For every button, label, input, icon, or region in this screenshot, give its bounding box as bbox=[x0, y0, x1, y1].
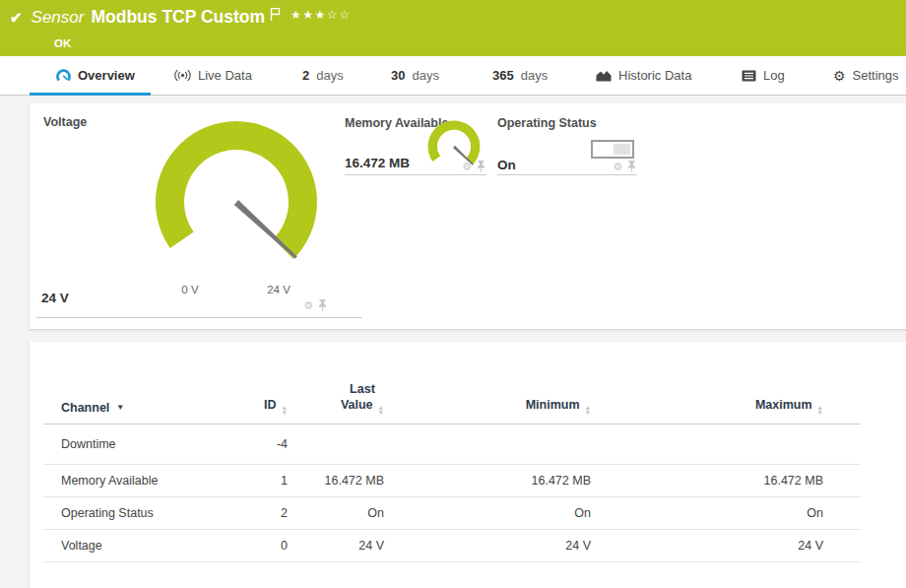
column-header-last-label: Last bbox=[350, 382, 375, 396]
switch-knob bbox=[614, 144, 630, 155]
channel-settings-gear-icon[interactable]: ⚙ bbox=[303, 300, 313, 311]
minimum-cell: On bbox=[394, 497, 601, 530]
sort-active-down-icon: ▼ bbox=[116, 403, 124, 412]
voltage-channel-title[interactable]: Voltage bbox=[43, 115, 87, 129]
channel-settings-gear-icon[interactable]: ⚙ bbox=[613, 162, 622, 172]
channel-actions-cell: ⚙⚙ bbox=[861, 497, 906, 530]
operating-channel-title[interactable]: Operating Status bbox=[497, 116, 597, 130]
last-value-cell bbox=[293, 425, 394, 465]
sort-arrows-icon: ▲▼ bbox=[282, 405, 288, 415]
gauges-panel: Voltage 0 V 24 V 24 V ⚙ Memory Available… bbox=[30, 103, 906, 329]
tab-overview[interactable]: Overview bbox=[56, 56, 135, 95]
status-check-icon: ✔ bbox=[10, 9, 23, 27]
column-header-maximum[interactable]: Maximum▲▼ bbox=[601, 367, 861, 425]
channel-name-cell: Downtime bbox=[43, 425, 238, 465]
priority-star-filled-icon[interactable]: ★ bbox=[315, 8, 327, 22]
tab-2-days-number: 2 bbox=[302, 68, 309, 83]
active-tab-underline bbox=[30, 93, 151, 96]
column-header-channel[interactable]: Channel▼ bbox=[43, 367, 238, 425]
tab-30-days[interactable]: 30 days bbox=[391, 56, 439, 95]
column-header-minimum-label: Minimum bbox=[526, 398, 580, 412]
voltage-cell-actions: ⚙ bbox=[303, 299, 327, 311]
pin-icon[interactable] bbox=[627, 161, 636, 172]
priority-star-filled-icon[interactable]: ★ bbox=[291, 8, 302, 22]
settings-gear-icon: ⚙ bbox=[833, 69, 846, 83]
tab-live-data[interactable]: Live Data bbox=[174, 56, 252, 95]
last-value-cell: On bbox=[293, 497, 394, 530]
column-header-last-value[interactable]: Last Value▲▼ bbox=[293, 367, 394, 425]
operating-status-switch bbox=[591, 140, 634, 159]
tab-log[interactable]: Log bbox=[742, 56, 785, 95]
channel-id-cell: 0 bbox=[238, 530, 293, 562]
sort-arrows-icon: ▲▼ bbox=[585, 405, 591, 415]
maximum-cell bbox=[601, 425, 861, 465]
channel-id-cell: -4 bbox=[238, 425, 293, 465]
channel-actions-cell: ⚙⚙ bbox=[861, 425, 906, 465]
column-header-maximum-label: Maximum bbox=[755, 398, 812, 412]
operating-status-cell: Operating Status On ⚙ bbox=[497, 103, 637, 175]
priority-stars[interactable]: ★★★☆☆ bbox=[291, 8, 351, 22]
minimum-cell: 16.472 MB bbox=[394, 465, 601, 497]
live-data-icon bbox=[174, 69, 191, 82]
sensor-header: ✔ Sensor Modbus TCP Custom ★★★☆☆ OK bbox=[0, 0, 906, 56]
voltage-scale-min: 0 V bbox=[172, 284, 208, 295]
memory-current-value: 16.472 MB bbox=[345, 156, 410, 170]
operating-cell-actions: ⚙ bbox=[613, 161, 636, 172]
status-badge: OK bbox=[54, 37, 71, 49]
tab-2-days[interactable]: 2 days bbox=[302, 56, 344, 95]
channels-table: Channel▼ ID▲▼ Last Value▲▼ Minimum▲▼ Max… bbox=[43, 367, 906, 562]
gauge-icon bbox=[56, 69, 71, 82]
priority-star-empty-icon[interactable]: ☆ bbox=[339, 8, 351, 22]
last-value-cell: 16.472 MB bbox=[293, 465, 394, 497]
tab-live-data-label: Live Data bbox=[198, 68, 252, 83]
memory-gauge-cell: Memory Available 16.472 MB ⚙ bbox=[345, 103, 486, 175]
minimum-cell: 24 V bbox=[394, 530, 601, 562]
prtg-sensor-page: ✔ Sensor Modbus TCP Custom ★★★☆☆ OK Over… bbox=[0, 0, 906, 588]
tab-30-days-label: days bbox=[412, 68, 438, 83]
channel-name-cell: Voltage bbox=[43, 530, 238, 562]
voltage-scale-max: 24 V bbox=[257, 284, 300, 295]
sensor-title-line: ✔ Sensor Modbus TCP Custom ★★★☆☆ bbox=[10, 7, 351, 28]
table-row-memory-available: Memory Available 1 16.472 MB 16.472 MB 1… bbox=[43, 465, 906, 497]
maximum-cell: 16.472 MB bbox=[601, 465, 861, 497]
tab-historic-data[interactable]: Historic Data bbox=[596, 56, 691, 95]
column-header-id-label: ID bbox=[264, 398, 277, 412]
tab-settings-label: Settings bbox=[853, 68, 899, 83]
tab-log-label: Log bbox=[763, 68, 785, 83]
last-value-cell: 24 V bbox=[293, 530, 394, 562]
channel-id-cell: 1 bbox=[238, 465, 293, 497]
column-header-minimum[interactable]: Minimum▲▼ bbox=[394, 367, 601, 425]
channel-actions-cell: ⚙⚙ bbox=[861, 530, 906, 562]
table-row-downtime: Downtime -4 ⚙⚙ bbox=[43, 425, 906, 465]
tab-30-days-number: 30 bbox=[391, 68, 405, 83]
channel-name-cell: Memory Available bbox=[43, 465, 238, 497]
minimum-cell bbox=[394, 425, 601, 465]
column-header-actions bbox=[861, 367, 906, 425]
gauge-arc bbox=[428, 120, 481, 164]
voltage-gauge bbox=[148, 117, 325, 285]
flag-icon[interactable] bbox=[270, 7, 281, 22]
pin-icon[interactable] bbox=[318, 299, 327, 311]
priority-star-filled-icon[interactable]: ★ bbox=[302, 8, 314, 22]
voltage-current-value: 24 V bbox=[41, 291, 69, 305]
tab-bar: Overview Live Data 2 days 30 days 365 da… bbox=[0, 56, 906, 96]
pin-icon[interactable] bbox=[477, 161, 485, 172]
tab-2-days-label: days bbox=[316, 68, 343, 83]
maximum-cell: On bbox=[601, 497, 861, 530]
tab-365-days-number: 365 bbox=[492, 68, 514, 83]
column-header-id[interactable]: ID▲▼ bbox=[238, 367, 293, 425]
priority-star-empty-icon[interactable]: ☆ bbox=[327, 8, 339, 22]
log-icon bbox=[742, 70, 756, 82]
tab-settings[interactable]: ⚙ Settings bbox=[833, 56, 899, 95]
channel-settings-gear-icon[interactable]: ⚙ bbox=[462, 162, 472, 172]
tab-overview-label: Overview bbox=[78, 68, 135, 83]
gauge-arc bbox=[156, 121, 317, 259]
channels-table-panel: Channel▼ ID▲▼ Last Value▲▼ Minimum▲▼ Max… bbox=[30, 342, 906, 588]
voltage-gauge-cell: Voltage 0 V 24 V 24 V ⚙ bbox=[36, 103, 362, 318]
sort-arrows-icon: ▲▼ bbox=[817, 405, 823, 415]
sort-arrows-icon: ▲▼ bbox=[378, 405, 384, 415]
tab-365-days[interactable]: 365 days bbox=[492, 56, 548, 95]
table-row-voltage: Voltage 0 24 V 24 V 24 V ⚙⚙ bbox=[43, 530, 906, 562]
channel-actions-cell: ⚙⚙ bbox=[861, 465, 906, 497]
channel-id-cell: 2 bbox=[238, 497, 293, 530]
